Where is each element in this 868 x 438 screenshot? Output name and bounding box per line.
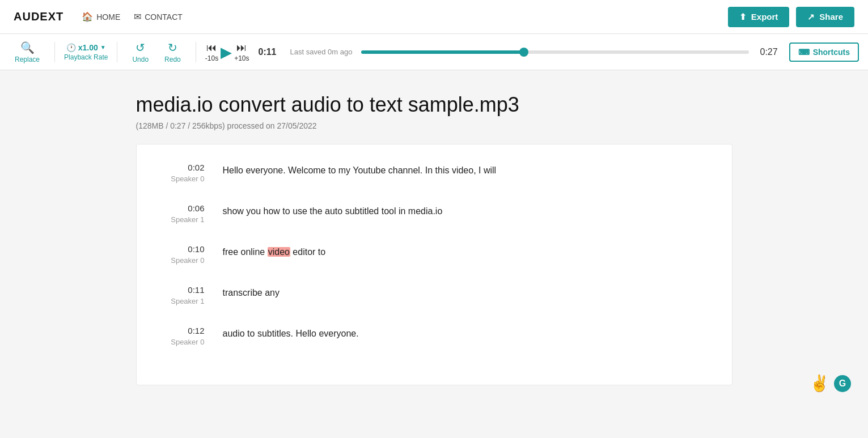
entry-time: 0:06 <box>188 203 204 213</box>
undo-icon: ↺ <box>136 41 145 54</box>
table-row: 0:12 Speaker 0 audio to subtitles. Hello… <box>159 326 709 346</box>
undo-button[interactable]: ↺ Undo <box>126 39 154 66</box>
table-row: 0:02 Speaker 0 Hello everyone. Welcome t… <box>159 163 709 183</box>
entry-text[interactable]: audio to subtitles. Hello everyone. <box>223 326 359 346</box>
export-icon: ⬆ <box>739 12 747 22</box>
shortcuts-label: Shortcuts <box>813 48 850 57</box>
skip-back-button[interactable]: ⏮ -10s <box>205 42 218 62</box>
skip-forward-button[interactable]: ⏭ +10s <box>234 42 249 62</box>
share-icon: ↗ <box>807 12 815 22</box>
separator-1 <box>54 42 55 62</box>
floating-icons: ✌️ G <box>810 374 851 393</box>
entry-text[interactable]: Hello everyone. Welcome to my Youtube ch… <box>223 163 497 183</box>
entry-speaker: Speaker 0 <box>171 256 204 265</box>
peace-emoji[interactable]: ✌️ <box>810 374 829 393</box>
transcript-container: 0:02 Speaker 0 Hello everyone. Welcome t… <box>136 144 732 385</box>
nav: 🏠 HOME ✉ CONTACT <box>82 11 710 22</box>
playback-rate-label: Playback Rate <box>64 53 108 61</box>
export-label: Export <box>751 12 778 22</box>
undo-label: Undo <box>132 56 149 63</box>
logo: AUDEXT <box>14 10 63 23</box>
replace-icon: 🔍 <box>20 41 35 54</box>
entry-time: 0:11 <box>188 285 204 295</box>
nav-home-label: HOME <box>96 12 120 22</box>
header: AUDEXT 🏠 HOME ✉ CONTACT ⬆ Export ↗ Share <box>0 0 868 34</box>
playback-controls: ⏮ -10s ▶ ⏭ +10s <box>205 42 249 62</box>
entry-speaker: Speaker 0 <box>171 338 204 346</box>
entry-speaker: Speaker 0 <box>171 175 204 183</box>
last-saved-text: Last saved 0m ago <box>286 48 357 56</box>
entry-time: 0:02 <box>188 163 204 172</box>
share-label: Share <box>819 12 843 22</box>
skip-back-label: -10s <box>205 54 218 62</box>
share-button[interactable]: ↗ Share <box>796 7 854 27</box>
keyboard-icon: ⌨ <box>798 48 810 57</box>
highlighted-word: video <box>268 247 290 257</box>
replace-label: Replace <box>15 56 40 63</box>
shortcuts-button[interactable]: ⌨ Shortcuts <box>789 42 859 62</box>
playback-rate-value: x1.00 <box>78 43 98 52</box>
nav-contact-label: CONTACT <box>145 12 183 22</box>
progress-bar-fill <box>361 50 524 54</box>
entry-time: 0:10 <box>188 244 204 254</box>
playback-rate-control[interactable]: 🕐 x1.00 ▼ Playback Rate <box>64 43 108 61</box>
chevron-down-icon: ▼ <box>100 44 106 50</box>
mail-icon: ✉ <box>134 11 141 22</box>
skip-forward-icon: ⏭ <box>236 42 247 54</box>
entry-text[interactable]: free online video editor to <box>223 244 326 265</box>
entry-speaker: Speaker 1 <box>171 297 204 305</box>
redo-button[interactable]: ↻ Redo <box>159 39 187 66</box>
file-title: media.io convert audio to text sample.mp… <box>136 93 732 117</box>
clock-icon: 🕐 <box>66 43 76 52</box>
grammarly-icon[interactable]: G <box>834 375 851 392</box>
entry-time: 0:12 <box>188 326 204 335</box>
skip-back-icon: ⏮ <box>206 42 217 54</box>
total-time: 0:27 <box>753 47 785 57</box>
home-icon: 🏠 <box>82 11 93 22</box>
toolbar: 🔍 Replace 🕐 x1.00 ▼ Playback Rate ↺ Undo… <box>0 34 868 70</box>
table-row: 0:11 Speaker 1 transcribe any <box>159 285 709 305</box>
replace-button[interactable]: 🔍 Replace <box>9 39 45 66</box>
nav-home[interactable]: 🏠 HOME <box>82 11 120 22</box>
entry-speaker: Speaker 1 <box>171 215 204 224</box>
export-button[interactable]: ⬆ Export <box>728 7 790 27</box>
entry-text[interactable]: transcribe any <box>223 285 280 305</box>
redo-label: Redo <box>164 56 181 63</box>
play-button[interactable]: ▶ <box>221 45 232 59</box>
skip-forward-label: +10s <box>234 54 249 62</box>
progress-bar[interactable] <box>361 50 748 54</box>
current-time: 0:11 <box>253 47 281 57</box>
table-row: 0:06 Speaker 1 show you how to use the a… <box>159 203 709 224</box>
table-row: 0:10 Speaker 0 free online video editor … <box>159 244 709 265</box>
file-meta: (128MB / 0:27 / 256kbps) processed on 27… <box>136 121 732 130</box>
main-content: media.io convert audio to text sample.mp… <box>122 70 746 399</box>
redo-icon: ↻ <box>168 41 177 54</box>
separator-3 <box>196 42 196 62</box>
progress-handle[interactable] <box>519 48 528 57</box>
header-actions: ⬆ Export ↗ Share <box>728 7 854 27</box>
entry-text[interactable]: show you how to use the auto subtitled t… <box>223 203 443 224</box>
separator-2 <box>117 42 117 62</box>
nav-contact[interactable]: ✉ CONTACT <box>134 11 183 22</box>
